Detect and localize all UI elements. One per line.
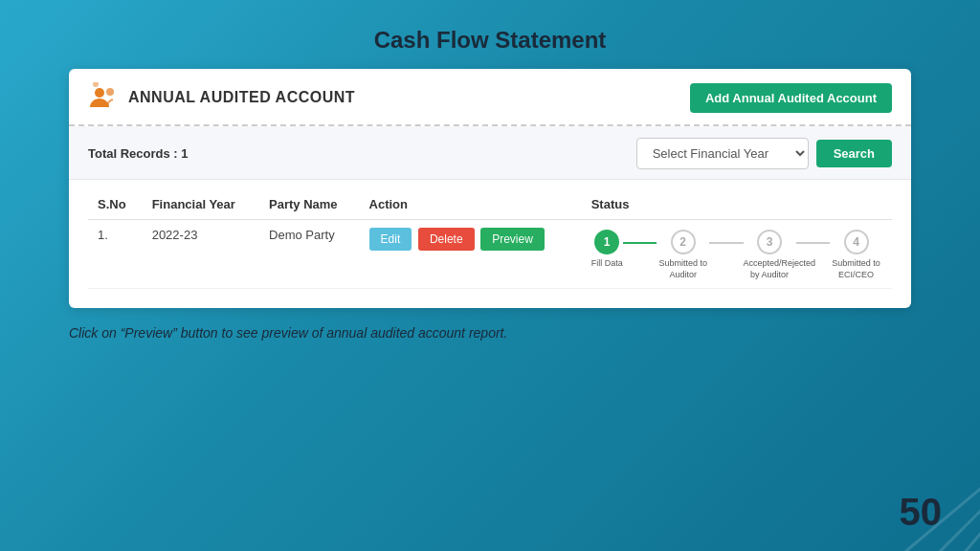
cell-status: 1 Fill Data 2 Submitted to Auditor — [582, 220, 892, 289]
col-sno: S.No — [88, 189, 143, 220]
main-card: ANNUAL AUDITED ACCOUNT Add Annual Audite… — [69, 69, 911, 308]
footer-instruction: Click on “Preview” button to see preview… — [0, 308, 980, 341]
total-records-label: Total Records : 1 — [88, 146, 189, 161]
step-2: 2 Submitted to Auditor — [657, 230, 709, 280]
card-header: ANNUAL AUDITED ACCOUNT Add Annual Audite… — [69, 69, 911, 126]
step-connector-1 — [623, 242, 657, 244]
header-left: ANNUAL AUDITED ACCOUNT — [88, 82, 355, 113]
step-circle-4: 4 — [844, 230, 869, 254]
step-4: 4 Submitted to ECI/CEO — [830, 230, 882, 280]
edit-button[interactable]: Edit — [369, 228, 412, 251]
step-circle-3: 3 — [757, 230, 782, 254]
cell-party-name: Demo Party — [259, 220, 360, 289]
records-table: S.No Financial Year Party Name Action St… — [88, 189, 892, 289]
svg-point-0 — [95, 88, 104, 98]
step-circle-1: 1 — [594, 230, 619, 254]
col-action: Action — [360, 189, 582, 220]
cell-sno: 1. — [88, 220, 143, 289]
table-row: 1. 2022-23 Demo Party Edit Delete Previe… — [88, 220, 892, 289]
users-icon — [88, 82, 119, 113]
table-header-row: S.No Financial Year Party Name Action St… — [88, 189, 892, 220]
step-label-3: Accepted/Rejected by Auditor — [744, 258, 796, 280]
col-status: Status — [582, 189, 892, 220]
cell-financial-year: 2022-23 — [143, 220, 259, 289]
step-connector-3 — [796, 242, 830, 244]
cell-action: Edit Delete Preview — [360, 220, 582, 289]
step-3: 3 Accepted/Rejected by Auditor — [744, 230, 796, 280]
status-stepper: 1 Fill Data 2 Submitted to Auditor — [591, 228, 882, 280]
step-label-2: Submitted to Auditor — [657, 258, 709, 280]
preview-button[interactable]: Preview — [480, 228, 545, 251]
step-label-4: Submitted to ECI/CEO — [830, 258, 882, 280]
step-1: 1 Fill Data — [591, 230, 623, 270]
step-circle-2: 2 — [671, 230, 696, 254]
col-financial-year: Financial Year — [143, 189, 259, 220]
page-title: Cash Flow Statement — [0, 0, 980, 69]
step-label-1: Fill Data — [591, 258, 623, 270]
toolbar-right: Select Financial Year Search — [636, 138, 892, 169]
add-annual-audited-account-button[interactable]: Add Annual Audited Account — [690, 83, 892, 113]
step-connector-2 — [709, 242, 743, 244]
table-wrapper: S.No Financial Year Party Name Action St… — [69, 180, 911, 289]
financial-year-select[interactable]: Select Financial Year — [636, 138, 809, 169]
svg-point-2 — [93, 82, 99, 87]
col-party-name: Party Name — [259, 189, 360, 220]
search-button[interactable]: Search — [816, 140, 892, 167]
svg-point-1 — [106, 88, 114, 96]
section-title: ANNUAL AUDITED ACCOUNT — [128, 89, 355, 106]
slide-number: 50 — [900, 491, 943, 534]
delete-button[interactable]: Delete — [418, 228, 475, 251]
card-toolbar: Total Records : 1 Select Financial Year … — [69, 126, 911, 180]
